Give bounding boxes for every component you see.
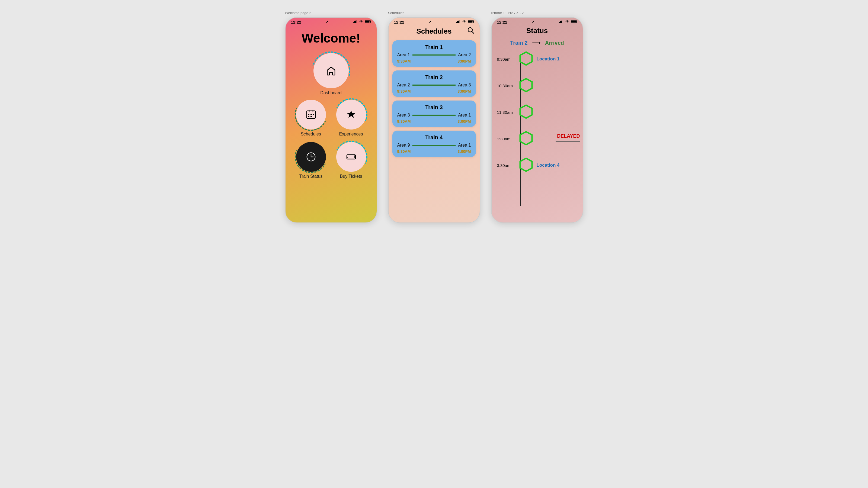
experiences-nav-wrapper: Experiences [334, 100, 369, 136]
train-card-3-departure: 9:30AM [397, 119, 411, 124]
dashboard-label: Dashboard [320, 91, 341, 95]
svg-line-35 [472, 31, 474, 33]
status-bar-1: 12:22 ↗ [285, 18, 377, 26]
stop-3-hex-wrapper [519, 104, 533, 120]
train-status-button[interactable] [296, 142, 326, 172]
train-card-2[interactable]: Train 2 Area 2 Area 3 9:30AM 3:00PM [392, 70, 476, 97]
battery-icon-2 [468, 20, 474, 24]
screen1-phone: 12:22 ↗ Welcome! [285, 17, 377, 223]
arrow-icon: ⟶ [532, 39, 541, 46]
train-status-info: Train 2 ⟶ Arrived [492, 38, 583, 50]
stop-1-time: 9:30am [497, 57, 519, 62]
stop-4-hex-wrapper [519, 131, 533, 147]
location-icon-2: ↗ [429, 20, 431, 24]
train-card-4-times: 9:30AM 3:00PM [397, 149, 471, 154]
train-card-4-route: Area 9 Area 1 [397, 143, 471, 148]
train-card-2-route: Area 2 Area 3 [397, 83, 471, 88]
route-line-3 [412, 115, 456, 116]
timeline-stop-3: 11:30am [497, 104, 577, 120]
svg-rect-27 [456, 22, 457, 23]
svg-rect-6 [365, 21, 369, 23]
delayed-annotation: DELAYED [555, 133, 580, 144]
signal-icon-3 [559, 20, 564, 24]
train-card-3-from: Area 3 [397, 113, 410, 118]
svg-marker-47 [520, 158, 532, 171]
svg-rect-5 [370, 21, 371, 22]
svg-rect-30 [459, 20, 460, 23]
train-card-1-departure: 9:30AM [397, 59, 411, 63]
svg-rect-33 [468, 21, 472, 23]
signal-icon-1 [353, 20, 358, 24]
schedules-button[interactable] [296, 100, 326, 130]
stop-5-label: Location 4 [537, 163, 560, 168]
stop-5-hex-wrapper [519, 157, 533, 173]
schedules-label: Schedules [301, 132, 321, 136]
svg-rect-0 [353, 22, 353, 23]
train-status-label: Train Status [299, 174, 323, 179]
svg-rect-2 [355, 21, 356, 23]
status-bar-3: 12:22 ↗ [492, 18, 583, 26]
buy-tickets-label: Buy Tickets [340, 174, 362, 179]
wifi-icon-1 [359, 20, 363, 24]
buy-tickets-button[interactable] [336, 142, 366, 172]
svg-rect-20 [347, 155, 355, 159]
train-card-3-arrival: 3:00PM [458, 119, 471, 124]
location-icon-3: ↗ [532, 20, 534, 24]
stop-4-time: 1:30am [497, 136, 519, 141]
train-timeline: 9:30am Location 1 10:30am [492, 50, 583, 223]
stop-5-time: 3:30am [497, 163, 519, 168]
stop-1-hexagon [519, 51, 533, 66]
train-card-4-arrival: 3:00PM [458, 149, 471, 154]
stop-5-hexagon [519, 157, 533, 172]
screen1-content: Welcome! Dashboard [285, 26, 377, 223]
train-card-4[interactable]: Train 4 Area 9 Area 1 9:30AM 3:00PM [392, 131, 476, 157]
screen3-label: iPhone 11 Pro / X - 2 [491, 11, 524, 15]
train-card-1-from: Area 1 [397, 53, 410, 58]
status-icons-2 [456, 20, 474, 24]
schedules-title: Schedules [416, 27, 452, 35]
train-card-3-times: 9:30AM 3:00PM [397, 119, 471, 124]
route-line-2 [412, 85, 456, 86]
train-card-3-route: Area 3 Area 1 [397, 113, 471, 118]
train-card-2-to: Area 3 [458, 83, 471, 88]
ticket-icon [346, 152, 356, 162]
experiences-button[interactable] [336, 100, 366, 130]
stop-4-hexagon [519, 131, 533, 145]
svg-marker-43 [520, 78, 532, 92]
screen1-label: Welcome page 2 [285, 11, 311, 15]
dashboard-arc [305, 44, 358, 97]
timeline-stop-4: 1:30am DELAYED [497, 131, 577, 147]
route-line-1 [412, 55, 456, 56]
train-cards-list: Train 1 Area 1 Area 2 9:30AM 3:00PM Trai… [389, 38, 480, 223]
train-card-1[interactable]: Train 1 Area 1 Area 2 9:30AM 3:00PM [392, 40, 476, 67]
star-icon [346, 109, 356, 120]
delayed-label: DELAYED [557, 133, 580, 139]
schedules-nav-wrapper: Schedules [294, 100, 329, 136]
stop-2-hex-wrapper [519, 78, 533, 94]
welcome-title: Welcome! [302, 31, 360, 45]
schedules-header: Schedules [389, 26, 480, 38]
screen3-wrapper: iPhone 11 Pro / X - 2 12:22 ↗ Status Tra [491, 11, 583, 223]
status-title: Status [497, 27, 577, 35]
svg-rect-12 [308, 114, 309, 115]
svg-rect-36 [559, 22, 560, 23]
svg-rect-38 [561, 21, 562, 23]
svg-rect-15 [308, 116, 309, 117]
route-line-4 [412, 145, 456, 146]
status-icons-1 [353, 20, 371, 24]
wifi-icon-2 [462, 20, 466, 24]
timeline-stop-5: 3:30am Location 4 [497, 157, 577, 173]
status-header: Status [492, 26, 583, 38]
screen3-phone: 12:22 ↗ Status Train 2 ⟶ Arrived [491, 17, 583, 223]
train-card-3[interactable]: Train 3 Area 3 Area 1 9:30AM 3:00PM [392, 100, 476, 127]
dashboard-button[interactable] [313, 53, 349, 88]
nav-grid: Schedules Experiences [291, 100, 371, 179]
timeline-stop-2: 10:30am [497, 78, 577, 94]
signal-icon-2 [456, 20, 461, 24]
search-button[interactable] [467, 27, 474, 36]
svg-rect-28 [457, 21, 458, 23]
train-card-1-to: Area 2 [458, 53, 471, 58]
time-2: 12:22 [394, 20, 404, 24]
buy-tickets-nav-wrapper: Buy Tickets [334, 142, 369, 179]
train-card-3-name: Train 3 [397, 104, 471, 110]
